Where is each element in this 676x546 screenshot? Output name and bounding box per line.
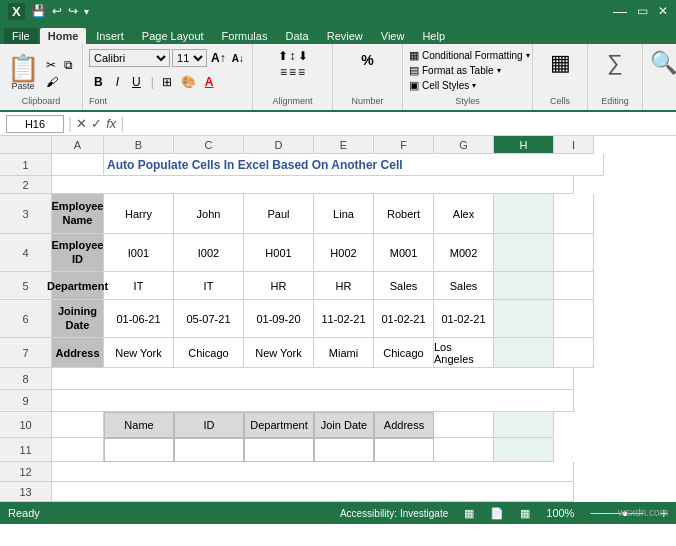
- col-header-a[interactable]: A: [52, 136, 104, 154]
- copy-button[interactable]: ⧉: [61, 57, 76, 73]
- customize-icon[interactable]: ▾: [84, 6, 89, 17]
- cell-c5[interactable]: IT: [174, 272, 244, 300]
- search-icon[interactable]: 🔍: [650, 50, 677, 76]
- view-normal-icon[interactable]: ▦: [464, 507, 474, 520]
- conditional-formatting-button[interactable]: ▦ Conditional Formatting ▾: [409, 49, 526, 62]
- cell-a10[interactable]: [52, 412, 104, 438]
- cell-h6[interactable]: [494, 300, 554, 338]
- cell-h4[interactable]: [494, 234, 554, 272]
- align-center-button[interactable]: ≡: [289, 65, 296, 79]
- cell-g3[interactable]: Alex: [434, 194, 494, 234]
- cell-b6[interactable]: 01-06-21: [104, 300, 174, 338]
- cell-d4[interactable]: H001: [244, 234, 314, 272]
- align-middle-button[interactable]: ↕: [290, 49, 296, 63]
- cell-d5[interactable]: HR: [244, 272, 314, 300]
- cell-c10-id[interactable]: ID: [174, 412, 244, 438]
- cell-f11[interactable]: [374, 438, 434, 462]
- cell-g4[interactable]: M002: [434, 234, 494, 272]
- cell-b1-title[interactable]: Auto Populate Cells In Excel Based On An…: [104, 154, 604, 176]
- tab-data[interactable]: Data: [277, 28, 316, 44]
- paste-button[interactable]: 📋 Paste: [6, 55, 40, 91]
- cell-a7-address[interactable]: Address: [52, 338, 104, 368]
- tab-view[interactable]: View: [373, 28, 413, 44]
- tab-insert[interactable]: Insert: [88, 28, 132, 44]
- view-layout-icon[interactable]: 📄: [490, 507, 504, 520]
- cell-b7[interactable]: New York: [104, 338, 174, 368]
- row-header-1[interactable]: 1: [0, 154, 52, 176]
- cell-i5[interactable]: [554, 272, 594, 300]
- cell-b10-name[interactable]: Name: [104, 412, 174, 438]
- tab-formulas[interactable]: Formulas: [214, 28, 276, 44]
- cell-b3[interactable]: Harry: [104, 194, 174, 234]
- align-left-button[interactable]: ≡: [280, 65, 287, 79]
- undo-icon[interactable]: ↩: [52, 4, 62, 18]
- row-header-8[interactable]: 8: [0, 368, 52, 390]
- cell-c7[interactable]: Chicago: [174, 338, 244, 368]
- cell-g11[interactable]: [434, 438, 494, 462]
- format-painter-button[interactable]: 🖌: [43, 74, 61, 90]
- italic-button[interactable]: I: [111, 73, 124, 91]
- cell-c6[interactable]: 05-07-21: [174, 300, 244, 338]
- tab-help[interactable]: Help: [414, 28, 453, 44]
- cell-f4[interactable]: M001: [374, 234, 434, 272]
- cell-f5[interactable]: Sales: [374, 272, 434, 300]
- cell-h5[interactable]: [494, 272, 554, 300]
- cell-i6[interactable]: [554, 300, 594, 338]
- cell-g6[interactable]: 01-02-21: [434, 300, 494, 338]
- col-header-b[interactable]: B: [104, 136, 174, 154]
- cell-h3[interactable]: [494, 194, 554, 234]
- row-header-12[interactable]: 12: [0, 462, 52, 482]
- row-header-3[interactable]: 3: [0, 194, 52, 234]
- confirm-entry-icon[interactable]: ✓: [91, 116, 102, 131]
- bold-button[interactable]: B: [89, 73, 108, 91]
- cancel-entry-icon[interactable]: ✕: [76, 116, 87, 131]
- cell-f7[interactable]: Chicago: [374, 338, 434, 368]
- row-header-7[interactable]: 7: [0, 338, 52, 368]
- cell-a11[interactable]: [52, 438, 104, 462]
- redo-icon[interactable]: ↪: [68, 4, 78, 18]
- cell-styles-button[interactable]: ▣ Cell Styles ▾: [409, 79, 526, 92]
- cell-e7[interactable]: Miami: [314, 338, 374, 368]
- cell-e10-joindate[interactable]: Join Date: [314, 412, 374, 438]
- format-as-table-button[interactable]: ▤ Format as Table ▾: [409, 64, 526, 77]
- cell-g5[interactable]: Sales: [434, 272, 494, 300]
- cell-f3[interactable]: Robert: [374, 194, 434, 234]
- border-button[interactable]: ⊞: [159, 74, 175, 90]
- cell-e4[interactable]: H002: [314, 234, 374, 272]
- col-header-g[interactable]: G: [434, 136, 494, 154]
- col-header-h[interactable]: H: [494, 136, 554, 154]
- col-header-i[interactable]: I: [554, 136, 594, 154]
- cell-c3[interactable]: John: [174, 194, 244, 234]
- zoom-in-icon[interactable]: +: [660, 505, 668, 521]
- cell-i4[interactable]: [554, 234, 594, 272]
- tab-page-layout[interactable]: Page Layout: [134, 28, 212, 44]
- cell-d11[interactable]: [244, 438, 314, 462]
- cell-a4[interactable]: EmployeeID: [52, 234, 104, 272]
- cell-g7[interactable]: Los Angeles: [434, 338, 494, 368]
- cell-c11[interactable]: [174, 438, 244, 462]
- row-header-6[interactable]: 6: [0, 300, 52, 338]
- row-header-5[interactable]: 5: [0, 272, 52, 300]
- col-header-e[interactable]: E: [314, 136, 374, 154]
- cell-reference-input[interactable]: [6, 115, 64, 133]
- font-family-select[interactable]: Calibri: [89, 49, 170, 67]
- accessibility-status[interactable]: Accessibility: Investigate: [340, 508, 448, 519]
- decrease-font-button[interactable]: A↓: [230, 52, 246, 65]
- cell-d3[interactable]: Paul: [244, 194, 314, 234]
- cell-a3[interactable]: EmployeeName: [52, 194, 104, 234]
- cell-f6[interactable]: 01-02-21: [374, 300, 434, 338]
- font-color-button[interactable]: A: [202, 74, 217, 90]
- cell-a6-joiningdate[interactable]: JoiningDate: [52, 300, 104, 338]
- save-icon[interactable]: 💾: [31, 4, 46, 18]
- cell-h10[interactable]: [494, 412, 554, 438]
- cell-h7[interactable]: [494, 338, 554, 368]
- cell-a1[interactable]: [52, 154, 104, 176]
- cell-h11[interactable]: [494, 438, 554, 462]
- col-header-c[interactable]: C: [174, 136, 244, 154]
- cell-d6[interactable]: 01-09-20: [244, 300, 314, 338]
- cell-g10[interactable]: [434, 412, 494, 438]
- cell-c4[interactable]: I002: [174, 234, 244, 272]
- tab-file[interactable]: File: [4, 28, 38, 44]
- cell-e5[interactable]: HR: [314, 272, 374, 300]
- window-minimize-icon[interactable]: —: [613, 3, 627, 19]
